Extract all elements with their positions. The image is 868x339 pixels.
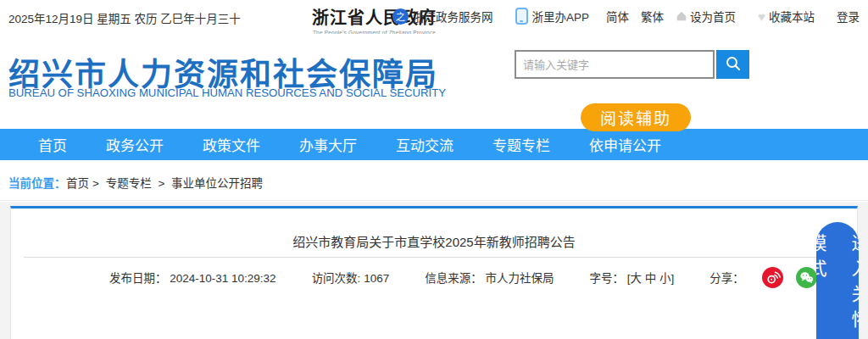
traditional-chinese-link[interactable]: 繁体: [641, 8, 664, 25]
nav-item-gov-affairs[interactable]: 政务公开: [106, 134, 164, 155]
font-size-control[interactable]: 字号： [大 中 小]: [589, 269, 674, 286]
login-link[interactable]: 登录: [837, 8, 860, 25]
primary-nav: 首页 政务公开 政策文件 办事大厅 互动交流 专题专栏 依申请公开: [0, 129, 868, 160]
house-icon: [676, 10, 687, 22]
publish-date-value: 2024-10-31 10:29:32: [170, 272, 275, 285]
reading-aid-button[interactable]: 阅读辅助: [581, 103, 691, 131]
date-text: 2025年12月19日 星期五 农历 乙巳年十月三十: [8, 9, 241, 26]
info-source: 信息来源： 市人力社保局: [425, 269, 554, 286]
phone-icon: [515, 8, 528, 25]
publish-date-label: 发布日期：: [109, 272, 167, 285]
visit-count-label: 访问次数:: [312, 272, 361, 285]
breadcrumb-home[interactable]: 首页: [66, 177, 89, 190]
article-title: 绍兴市教育局关于市直学校2025年新教师招聘公告: [11, 232, 857, 250]
set-homepage-link[interactable]: 设为首页: [676, 8, 736, 25]
gov-service-icon: 之: [392, 8, 409, 25]
search-bar: [515, 50, 749, 79]
top-utility-bar: 2025年12月19日 星期五 农历 乙巳年十月三十 浙江省人民政府 The P…: [0, 0, 868, 34]
heart-icon: ♥: [758, 9, 765, 24]
weibo-share-icon[interactable]: [762, 267, 783, 288]
care-mode-label: 进入关怀模式: [816, 222, 859, 339]
zheliban-app-label: 浙里办APP: [532, 8, 590, 25]
font-size-options[interactable]: [大 中 小]: [627, 272, 675, 285]
nav-item-policy-documents[interactable]: 政策文件: [203, 134, 260, 155]
nav-item-service-hall[interactable]: 办事大厅: [299, 134, 357, 155]
font-size-label: 字号：: [589, 272, 624, 285]
title-divider: [24, 257, 844, 258]
search-icon: [724, 54, 743, 75]
breadcrumb-separator: >: [158, 177, 164, 190]
article-meta-row: 发布日期： 2024-10-31 10:29:32 访问次数: 1067 信息来…: [109, 264, 851, 290]
topbar-links: 之 浙江政务服务网 浙里办APP 简体 繁体 设为首页 ♥ 收藏本站 登录: [392, 8, 860, 25]
info-source-value: 市人力社保局: [485, 272, 554, 285]
site-header: 绍兴市人力资源和社会保障局 BUREAU OF SHAOXING MUNICIP…: [0, 34, 868, 129]
breadcrumb-separator: >: [92, 177, 99, 190]
article-panel: 绍兴市教育局关于市直学校2025年新教师招聘公告 发布日期： 2024-10-3…: [10, 206, 858, 339]
set-homepage-label: 设为首页: [690, 8, 736, 25]
breadcrumb-bar: 当前位置： 首页> 专题专栏 > 事业单位公开招聘: [0, 160, 868, 201]
wechat-share-icon[interactable]: [796, 267, 817, 288]
share-label: 分享：: [709, 269, 744, 286]
search-button[interactable]: [716, 50, 749, 79]
info-source-label: 信息来源：: [425, 272, 482, 285]
breadcrumb-recruitment[interactable]: 事业单位公开招聘: [171, 177, 263, 190]
breadcrumb-special-topics[interactable]: 专题专栏: [106, 177, 152, 190]
zheliban-app-link[interactable]: 浙里办APP: [515, 8, 590, 25]
nav-item-special-topics[interactable]: 专题专栏: [492, 134, 550, 155]
site-title-english: BUREAU OF SHAOXING MUNICIPAL HUMAN RESOU…: [8, 86, 446, 99]
simplified-chinese-link[interactable]: 简体: [606, 8, 629, 25]
breadcrumb-label: 当前位置：: [8, 174, 66, 191]
search-input[interactable]: [515, 50, 715, 79]
nav-item-home[interactable]: 首页: [38, 134, 67, 155]
publish-date: 发布日期： 2024-10-31 10:29:32: [109, 269, 276, 286]
gov-service-link[interactable]: 之 浙江政务服务网: [392, 8, 493, 25]
visit-count-value: 1067: [364, 272, 389, 285]
nav-item-open-by-request[interactable]: 依申请公开: [589, 134, 661, 155]
breadcrumb: 首页> 专题专栏 > 事业单位公开招聘: [66, 174, 263, 191]
nav-item-interaction[interactable]: 互动交流: [396, 134, 453, 155]
care-mode-tab[interactable]: 进入关怀模式: [816, 222, 859, 339]
gov-service-label: 浙江政务服务网: [413, 8, 493, 25]
favorite-label: 收藏本站: [769, 8, 815, 25]
visit-count: 访问次数: 1067: [312, 269, 390, 286]
page: 2025年12月19日 星期五 农历 乙巳年十月三十 浙江省人民政府 The P…: [0, 0, 868, 339]
favorite-link[interactable]: ♥ 收藏本站: [758, 8, 815, 25]
